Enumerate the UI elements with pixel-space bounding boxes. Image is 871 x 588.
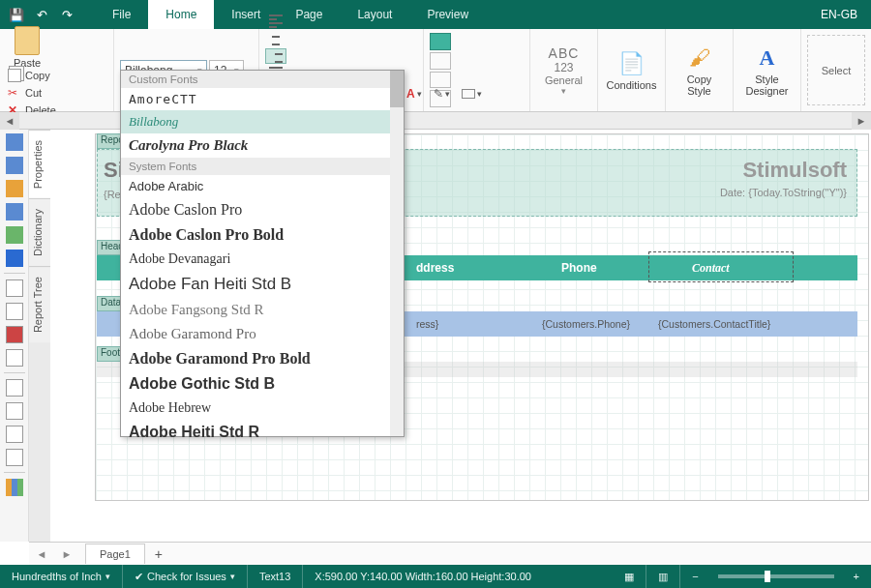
font-item[interactable]: Adobe Gothic Std B [121,371,404,397]
paste-icon [15,26,40,55]
tab-home[interactable]: Home [148,0,214,29]
font-item[interactable]: Adobe Garamond Pro [121,322,404,346]
scroll-left-button[interactable]: ◄ [0,112,19,130]
conditions-button[interactable]: 📄 Conditions [598,29,666,111]
style-designer-button[interactable]: A Style Designer [734,29,801,111]
border-left-button[interactable] [430,72,451,89]
copy-style-label: Copy Style [687,74,712,97]
selected-cell[interactable] [648,251,794,282]
paste-button[interactable]: Paste [6,24,48,69]
tab-preview[interactable]: Preview [409,0,486,29]
check-label: Check for Issues [147,571,226,582]
toolbox-rail [0,130,29,542]
abc-general: General [545,74,583,86]
zoom-in-button[interactable]: + [842,565,871,588]
check-issues-button[interactable]: ✔Check for Issues▾ [123,565,248,588]
brand-text: Stimulsoft [742,158,847,183]
tool-2[interactable] [6,157,23,174]
conditions-label: Conditions [607,79,657,91]
tool-1[interactable] [6,133,23,151]
font-item[interactable]: Carolyna Pro Black [121,133,404,158]
font-item[interactable]: Adobe Caslon Pro Bold [121,222,404,248]
language-indicator[interactable]: EN-GB [807,8,871,21]
view-mode-1[interactable]: ▦ [613,565,646,588]
style-dropdowns: A▾ ✎▾ ▾ [406,87,482,101]
copy-style-button[interactable]: 🖌 Copy Style [666,29,734,111]
vtab-properties[interactable]: Properties [29,130,50,198]
select-button[interactable]: Select [807,35,865,105]
tool-11[interactable] [6,379,23,397]
tool-12[interactable] [6,402,23,420]
tool-8[interactable] [6,303,23,320]
font-item[interactable]: Adobe Fan Heiti Std B [121,271,404,298]
conditions-icon: 📄 [618,50,646,77]
tab-file[interactable]: File [95,0,148,29]
paste-label: Paste [14,57,41,69]
add-page-button[interactable]: + [145,543,172,566]
font-dropdown[interactable]: Custom Fonts AmoreCTT Billabong Carolyna… [120,70,405,437]
font-item[interactable]: Adobe Arabic [121,175,404,197]
font-item[interactable]: Adobe Heiti Std R [121,420,404,445]
chevron-down-icon: ▾ [105,572,110,581]
tool-14[interactable] [6,449,23,466]
font-item[interactable]: Billabong [121,110,404,133]
font-item[interactable]: Adobe Garamond Pro Bold [121,346,404,371]
save-icon[interactable]: 💾 [8,6,25,23]
highlight-dd[interactable]: ✎▾ [434,87,450,101]
tool-3[interactable] [6,180,23,197]
copy-button[interactable]: Copy [8,69,107,82]
cell-phone: {Customers.Phone} [542,311,630,337]
tab-page[interactable]: Page [278,0,340,29]
font-item[interactable]: Adobe Hebrew [121,397,404,420]
tool-15[interactable] [6,479,23,496]
border-dd[interactable]: ▾ [462,87,482,101]
page-next-button[interactable]: ► [54,548,79,560]
zoom-knob[interactable] [765,571,770,582]
vtab-report-tree[interactable]: Report Tree [29,266,50,342]
rail-divider [4,273,25,274]
cut-button[interactable]: ✂Cut [8,86,107,100]
font-item[interactable]: Adobe Devanagari [121,248,404,271]
title-bar: 💾 ↶ ↷ File Home Insert Page Layout Previ… [0,0,871,29]
number-format-group[interactable]: ABC 123 General ▾ [530,29,598,111]
redo-icon[interactable]: ↷ [58,6,75,23]
tool-9[interactable] [6,326,23,343]
cell-address: ress} [416,311,438,337]
align-left-button[interactable] [265,14,286,29]
tool-13[interactable] [6,426,23,443]
coords-readout: X:590.00 Y:140.00 Width:160.00 Height:30… [303,565,543,588]
page-tab-1[interactable]: Page1 [85,544,145,564]
scroll-right-button[interactable]: ► [852,112,871,130]
align-right-button[interactable] [265,48,286,64]
style-designer-icon: A [754,44,781,72]
font-item[interactable]: Adobe Fangsong Std R [121,298,404,322]
tool-10[interactable] [6,349,23,367]
unit-selector[interactable]: Hundredths of Inch▾ [0,565,123,588]
page-tabs: ◄ ► Page1 + [29,542,871,565]
ribbon-tabs: File Home Insert Page Layout Preview [95,0,486,29]
tool-6[interactable] [6,250,23,267]
tool-7[interactable] [6,279,23,297]
status-bar: Hundredths of Inch▾ ✔Check for Issues▾ T… [0,565,871,588]
cell-contact: {Customers.ContactTitle} [658,311,770,337]
scroll-thumb[interactable] [390,71,404,107]
col-address: ddress [416,255,454,280]
zoom-slider[interactable] [718,574,834,578]
tool-5[interactable] [6,226,23,244]
font-item[interactable]: Adobe Caslon Pro [121,197,404,222]
align-center-button[interactable] [265,31,286,46]
font-color-dd[interactable]: A▾ [406,87,422,101]
tool-4[interactable] [6,203,23,220]
view-mode-2[interactable]: ▥ [646,565,680,588]
font-item[interactable]: AmoreCTT [121,88,404,110]
zoom-out-button[interactable]: − [680,565,709,588]
font-dd-scrollbar[interactable] [390,71,404,436]
copy-icon [8,69,21,82]
fill-color-button[interactable] [430,33,451,50]
no-fill-button[interactable] [430,52,451,70]
page-prev-button[interactable]: ◄ [29,548,54,560]
tab-layout[interactable]: Layout [340,0,409,29]
vtab-dictionary[interactable]: Dictionary [29,198,50,266]
cut-icon: ✂ [8,86,21,100]
undo-icon[interactable]: ↶ [33,6,50,23]
